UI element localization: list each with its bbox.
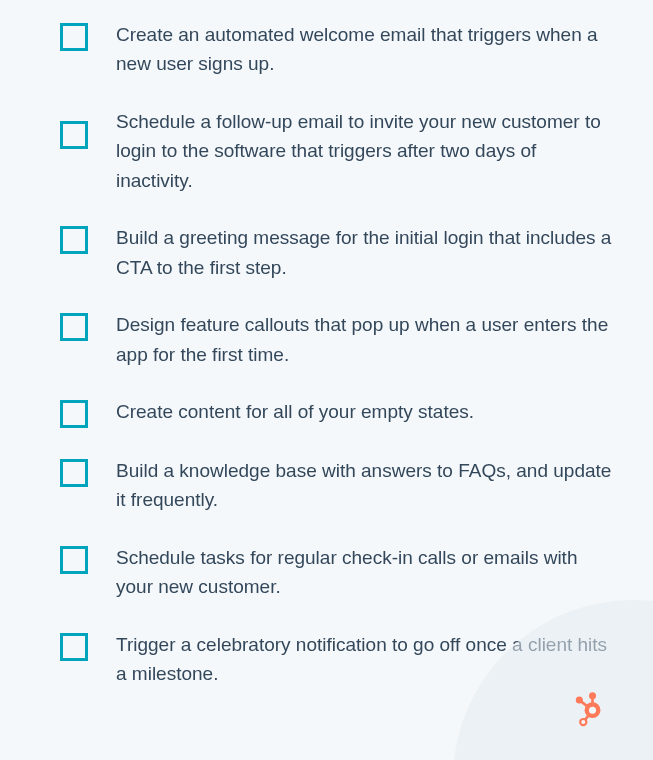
checklist-item-text: Create content for all of your empty sta… [116, 397, 474, 426]
checklist-item: Schedule a follow-up email to invite you… [60, 107, 613, 195]
hubspot-sprocket-icon [567, 686, 611, 730]
checklist-item: Build a greeting message for the initial… [60, 223, 613, 282]
checklist-item-text: Schedule tasks for regular check-in call… [116, 543, 613, 602]
checklist-item: Create content for all of your empty sta… [60, 397, 613, 428]
checkbox[interactable] [60, 400, 88, 428]
svg-point-7 [589, 707, 596, 714]
svg-point-3 [576, 697, 583, 704]
checkbox[interactable] [60, 313, 88, 341]
checkbox[interactable] [60, 546, 88, 574]
checklist-item: Schedule tasks for regular check-in call… [60, 543, 613, 602]
checklist-item-text: Build a knowledge base with answers to F… [116, 456, 613, 515]
checklist-item-text: Build a greeting message for the initial… [116, 223, 613, 282]
checklist-item: Design feature callouts that pop up when… [60, 310, 613, 369]
checkbox[interactable] [60, 226, 88, 254]
svg-point-5 [580, 719, 586, 725]
checkbox[interactable] [60, 459, 88, 487]
checklist-item-text: Create an automated welcome email that t… [116, 20, 613, 79]
checkbox[interactable] [60, 23, 88, 51]
svg-point-4 [589, 692, 596, 699]
checkbox[interactable] [60, 121, 88, 149]
checkbox[interactable] [60, 633, 88, 661]
checklist-item-text: Design feature callouts that pop up when… [116, 310, 613, 369]
checklist-item: Build a knowledge base with answers to F… [60, 456, 613, 515]
checklist-item: Create an automated welcome email that t… [60, 20, 613, 79]
checklist-item-text: Schedule a follow-up email to invite you… [116, 107, 613, 195]
